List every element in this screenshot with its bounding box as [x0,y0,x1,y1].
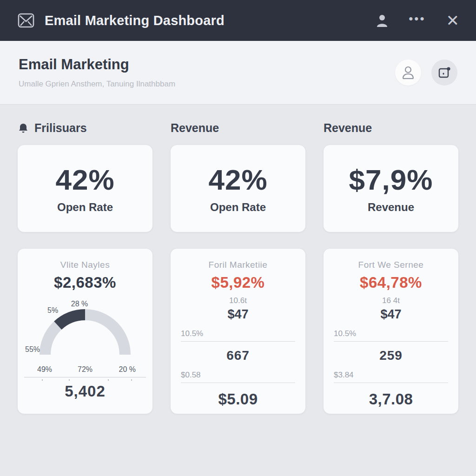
metric-final-value: 3,7.08 [324,390,458,408]
page-subtitle: Umalle Gprien Ansthem, Tanuing Ilnathbba… [19,79,175,89]
divider [334,383,448,383]
gauge-label-bottom-left: 49% [37,365,52,374]
metric-card-marketing[interactable]: Foril Marketiie $5,92% 10.6t $47 10.5% 6… [171,249,305,414]
metric-label: 10.5% [334,329,448,338]
card-value-red: $5,92% [171,274,305,291]
section-label: Revenue [171,121,219,135]
gauge-tick [131,379,132,381]
section-label: Frilisuars [34,121,87,135]
gauge-label-top: 28 % [71,300,88,308]
metric-final-value: $5.09 [171,390,305,408]
page-title: Email Marketing [19,56,175,73]
gauge-label-bottom-center: 72% [78,365,93,374]
divider [181,383,295,383]
card-sub-small: 16 4t [324,296,458,305]
gauge-tick [42,379,43,381]
metric-value: 259 [324,348,458,363]
device-export-icon [437,66,451,79]
section-header-frilisuars: Frilisuars [18,121,152,135]
stat-card-open-rate-1[interactable]: 42% Open Rate [18,145,152,232]
app-title: Email Marketing Dashboard [45,13,225,28]
gauge-label-upper-left: 5% [47,306,58,315]
metric-label: 10.5% [181,329,295,338]
more-menu-icon[interactable]: ••• [409,13,425,28]
titlebar: Email Marketing Dashboard ••• ✕ [0,0,476,41]
metric-label: $0.58 [181,370,295,380]
bell-icon [18,123,29,134]
card-title: Foril Marketiie [171,260,305,270]
card-title: Fort We Sernee [324,260,458,270]
card-sub-value: $47 [324,307,458,322]
stat-label: Open Rate [210,201,266,214]
card-sub-value: $47 [171,307,305,322]
metric-label: $3.84 [334,370,448,380]
gauge-card[interactable]: Vlite Nayles $2,683% 28 % 5% 55% 49% 72%… [18,249,152,414]
close-icon[interactable]: ✕ [446,13,460,28]
gauge-label-left: 55% [25,345,40,354]
stat-label: Open Rate [57,201,113,214]
page-header: Email Marketing Umalle Gprien Ansthem, T… [0,41,476,105]
metric-value: 667 [171,348,305,363]
person-outline-icon [401,65,415,80]
gauge-chart: 28 % 5% 55% 49% 72% 20 % [18,293,152,383]
divider [181,341,295,342]
card-title: Vlite Nayles [18,260,152,270]
section-header-revenue-1: Revenue [171,121,305,135]
stat-card-open-rate-2[interactable]: 42% Open Rate [171,145,305,232]
card-value: $2,683% [18,274,152,291]
stat-card-revenue[interactable]: $7,9% Revenue [324,145,458,232]
stat-value: 42% [208,163,267,196]
card-value-red: $64,78% [324,274,458,291]
metric-card-service[interactable]: Fort We Sernee $64,78% 16 4t $47 10.5% 2… [324,249,458,414]
card-sub-small: 10.6t [171,296,305,305]
section-label: Revenue [324,121,372,135]
stat-label: Revenue [368,201,414,214]
mail-icon [17,11,35,30]
section-header-revenue-2: Revenue [324,121,458,135]
stat-value: 42% [55,163,114,196]
dashboard-content: Frilisuars Revenue Revenue 42% Open Rate… [0,105,476,414]
gauge-tick [69,379,70,381]
export-button[interactable] [431,60,457,86]
gauge-tick [108,379,109,381]
gauge-total: 5,402 [18,383,152,400]
user-icon[interactable] [376,14,388,27]
stat-value: $7,9% [349,163,433,196]
divider [334,341,448,342]
profile-button[interactable] [395,60,421,86]
gauge-axis-line [24,377,146,377]
gauge-label-bottom-right: 20 % [119,365,136,374]
